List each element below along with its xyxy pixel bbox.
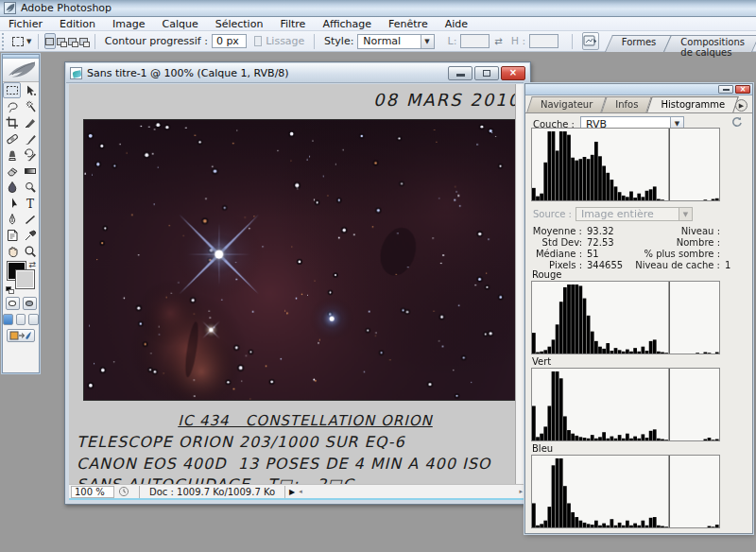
document-titlebar[interactable]: Sans titre-1 @ 100% (Calque 1, RVB/8) ×	[66, 63, 529, 83]
horizontal-scrollbar[interactable]: ◂▸	[297, 486, 524, 498]
tool-lasso[interactable]	[3, 98, 21, 114]
tool-crop[interactable]	[3, 114, 21, 130]
swap-dimensions-icon[interactable]: ⇄	[494, 36, 502, 46]
caption-line-2: CANON EOS 400D 13 POSES DE 4 MIN A 400 I…	[77, 455, 490, 473]
go-to-bridge-button[interactable]	[582, 32, 599, 50]
tool-preset-picker[interactable]: ▼	[11, 33, 32, 50]
menu-selection[interactable]: Sélection	[207, 18, 272, 30]
eraser-icon	[6, 164, 19, 178]
quick-mask-row	[3, 295, 39, 312]
fullscreen-menubar-mode-button[interactable]	[16, 314, 26, 325]
tool-magic-wand[interactable]	[21, 98, 39, 114]
height-input[interactable]	[529, 34, 558, 48]
crop-icon	[6, 116, 19, 129]
histogram-stats: Moyenne : 93.32 Niveau : Std Dev: 72.53 …	[529, 226, 748, 271]
tool-pen[interactable]	[3, 211, 21, 227]
scroll-right-icon[interactable]: ▸	[519, 488, 523, 495]
tool-eyedropper[interactable]	[21, 227, 39, 243]
stat-cache-label: Niveau de cache :	[633, 260, 720, 271]
menu-fenetre[interactable]: Fenêtre	[380, 18, 437, 30]
menu-filtre[interactable]: Filtre	[271, 18, 314, 30]
menu-image[interactable]: Image	[104, 18, 153, 30]
clock-icon	[118, 486, 129, 497]
tool-blur[interactable]	[3, 179, 21, 195]
swap-colors-icon[interactable]: ⇄	[28, 260, 36, 269]
quick-mask-mode-button[interactable]	[23, 297, 37, 310]
style-dropdown[interactable]: Normal ▼	[357, 34, 434, 49]
tool-notes[interactable]	[3, 227, 21, 243]
tool-zoom[interactable]	[21, 243, 39, 259]
tool-healing-brush[interactable]	[3, 130, 21, 147]
tool-path-selection[interactable]	[3, 195, 21, 211]
histogram-bleu	[531, 455, 720, 528]
lasso-icon	[6, 100, 19, 113]
tool-brush[interactable]	[21, 130, 39, 147]
default-colors-icon[interactable]	[6, 286, 14, 294]
minimize-button[interactable]	[448, 66, 472, 80]
palette-well-tab-compositions[interactable]: Compositions de calques	[667, 35, 756, 52]
blur-icon	[6, 181, 19, 194]
stat-stddev-label: Std Dev:	[529, 237, 582, 249]
standard-mode-icon	[9, 301, 16, 306]
menu-fichier[interactable]: Fichier	[0, 18, 51, 30]
width-input[interactable]	[460, 34, 490, 48]
palette-well-tab-formes[interactable]: Formes	[609, 35, 668, 52]
app-title: Adobe Photoshop	[21, 2, 112, 14]
document-canvas-area: 08 MARS 2010 IC 434 CONSTELLATION ORION …	[69, 84, 526, 500]
tool-eraser[interactable]	[3, 163, 21, 179]
magic-wand-icon	[24, 100, 37, 113]
tool-dodge[interactable]	[21, 179, 39, 195]
selection-mode-subtract-button[interactable]	[67, 33, 78, 49]
tool-slice[interactable]	[21, 114, 39, 130]
refresh-histogram-button[interactable]	[730, 116, 743, 131]
screen-mode-row	[3, 312, 39, 327]
feather-input[interactable]: 0 px	[212, 34, 247, 48]
antialias-checkbox[interactable]	[254, 36, 262, 46]
selection-mode-new-button[interactable]	[44, 33, 56, 49]
menu-calque[interactable]: Calque	[153, 18, 206, 30]
palette-tabs: Navigateur Infos Histogramme	[529, 96, 736, 112]
options-grip[interactable]	[2, 33, 6, 50]
stat-mediane-label: Médiane :	[529, 249, 582, 260]
tool-move[interactable]	[21, 82, 39, 98]
selection-mode-intersect-button[interactable]	[77, 33, 89, 49]
tool-hand[interactable]	[3, 243, 21, 259]
background-color-swatch[interactable]	[16, 270, 34, 288]
color-swatches: ⇄	[3, 259, 39, 295]
tool-type[interactable]: T	[21, 195, 39, 211]
scroll-left-icon[interactable]: ◂	[299, 488, 302, 495]
stat-moyenne-label: Moyenne :	[529, 226, 582, 237]
selection-mode-add-button[interactable]	[56, 33, 67, 49]
tab-navigateur[interactable]: Navigateur	[529, 96, 604, 112]
standard-mode-button[interactable]	[6, 297, 20, 310]
document-icon	[70, 67, 82, 79]
brush-icon	[24, 132, 37, 146]
tool-history-brush[interactable]	[21, 147, 39, 163]
fullscreen-mode-button[interactable]	[28, 314, 39, 325]
astro-photo[interactable]	[83, 119, 526, 401]
chevron-down-icon: ▼	[26, 38, 31, 45]
tool-gradient[interactable]	[21, 163, 39, 179]
menu-edition[interactable]: Edition	[51, 18, 104, 30]
app-titlebar[interactable]: Adobe Photoshop	[0, 0, 756, 17]
close-button[interactable]: ×	[501, 66, 525, 80]
source-dropdown: Image entière ▼	[576, 207, 693, 221]
menu-aide[interactable]: Aide	[437, 18, 476, 30]
palette-close-button[interactable]: ×	[735, 85, 750, 94]
zoom-level-field[interactable]: 100 %	[71, 486, 114, 498]
palette-minimize-button[interactable]	[718, 85, 733, 94]
status-options-arrow[interactable]: ▶	[289, 488, 295, 496]
tool-rectangular-marquee[interactable]	[3, 82, 21, 98]
palette-menu-button[interactable]: ▶	[735, 99, 747, 112]
histogram-rouge	[531, 281, 720, 354]
tool-line[interactable]	[21, 211, 39, 227]
maximize-button[interactable]	[474, 66, 499, 80]
jump-to-imageready-button[interactable]	[7, 329, 35, 342]
stat-cache-value: 1	[720, 260, 730, 271]
standard-screen-mode-button[interactable]	[3, 314, 13, 325]
path-selection-icon	[6, 197, 19, 210]
tab-histogramme[interactable]: Histogramme	[649, 96, 736, 112]
menu-affichage[interactable]: Affichage	[314, 18, 380, 30]
tab-infos[interactable]: Infos	[604, 96, 649, 112]
tool-clone-stamp[interactable]	[3, 147, 21, 163]
